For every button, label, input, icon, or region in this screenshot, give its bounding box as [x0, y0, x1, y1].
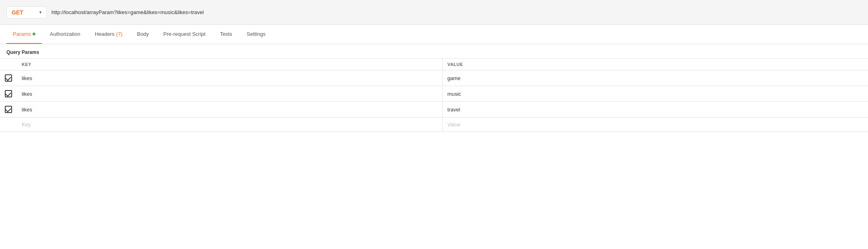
url-input[interactable] — [51, 8, 862, 17]
row-2-checkbox-cell — [0, 86, 17, 102]
row-2-key[interactable]: likes — [17, 86, 442, 102]
table-row: likes travel — [0, 102, 868, 117]
row-3-value[interactable]: travel — [442, 102, 868, 117]
tab-tests[interactable]: Tests — [213, 25, 238, 44]
tab-body[interactable]: Body — [131, 25, 156, 44]
row-1-value[interactable]: game — [442, 70, 868, 86]
tab-body-label: Body — [137, 31, 149, 37]
row-3-checkbox-cell — [0, 102, 17, 117]
row-3-checkbox[interactable] — [5, 106, 12, 113]
tab-headers-label: Headers — [95, 31, 115, 37]
row-1-checkbox-cell — [0, 70, 17, 86]
tab-tests-label: Tests — [220, 31, 232, 37]
table-row: likes music — [0, 86, 868, 102]
empty-row-value[interactable]: Value — [442, 117, 868, 132]
row-2-checkbox[interactable] — [5, 90, 12, 97]
tabs-bar: Params Authorization Headers (7) Body Pr… — [0, 25, 868, 44]
section-header: Query Params — [0, 44, 868, 58]
tab-headers[interactable]: Headers (7) — [88, 25, 129, 44]
section-title: Query Params — [6, 49, 39, 55]
col-checkbox — [0, 59, 17, 70]
tab-pre-request-label: Pre-request Script — [163, 31, 205, 37]
table-row: likes game — [0, 70, 868, 86]
tab-pre-request-script[interactable]: Pre-request Script — [157, 25, 212, 44]
params-dot-icon — [33, 33, 35, 35]
tab-authorization-label: Authorization — [50, 31, 80, 37]
tab-params-label: Params — [13, 31, 31, 37]
method-label: GET — [12, 9, 23, 16]
row-1-checkbox[interactable] — [5, 74, 12, 82]
row-2-value[interactable]: music — [442, 86, 868, 102]
method-selector[interactable]: GET ▾ — [6, 6, 47, 19]
empty-row-checkbox-cell — [0, 117, 17, 132]
tab-settings-label: Settings — [246, 31, 265, 37]
col-value-header: VALUE — [442, 59, 868, 70]
empty-row-key[interactable]: Key — [17, 117, 442, 132]
url-bar: GET ▾ — [0, 0, 868, 25]
params-table: KEY VALUE likes game likes music likes — [0, 58, 868, 132]
tab-settings[interactable]: Settings — [240, 25, 272, 44]
col-key-header: KEY — [17, 59, 442, 70]
table-row-empty: Key Value — [0, 117, 868, 132]
row-1-key[interactable]: likes — [17, 70, 442, 86]
tab-params[interactable]: Params — [6, 25, 42, 44]
chevron-down-icon: ▾ — [39, 10, 41, 14]
headers-badge: (7) — [116, 31, 123, 37]
row-3-key[interactable]: likes — [17, 102, 442, 117]
tab-authorization[interactable]: Authorization — [43, 25, 87, 44]
